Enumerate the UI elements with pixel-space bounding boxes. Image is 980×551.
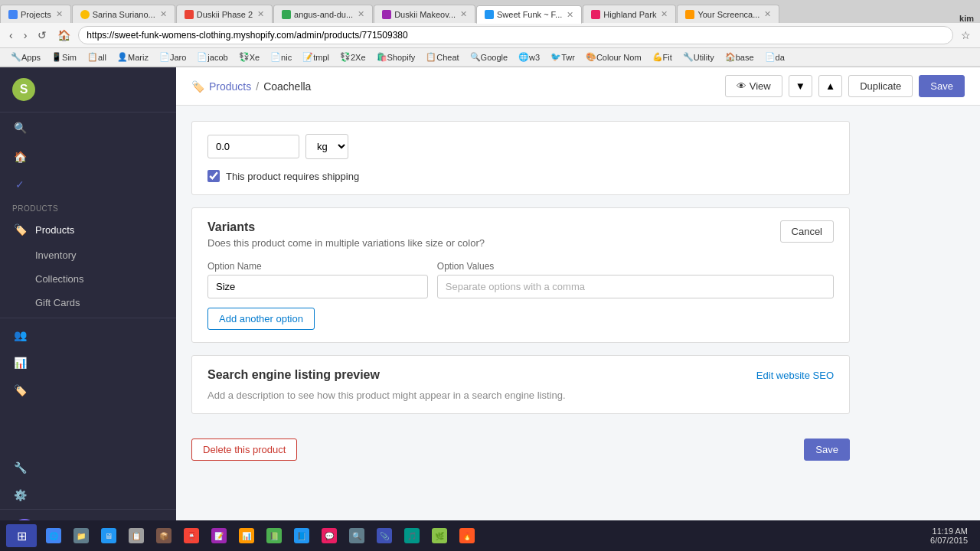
taskbar-chrome[interactable]: 🌐 [40,524,67,547]
tab-close[interactable]: ✕ [56,9,63,19]
taskbar-item-4[interactable]: 📋 [122,524,150,547]
tab-close[interactable]: ✕ [160,9,167,19]
sidebar-item-discounts[interactable]: 🏷️ [0,377,176,404]
tab-highland[interactable]: Highland Park ✕ [583,5,676,23]
seo-edit-link[interactable]: Edit website SEO [756,370,834,381]
breadcrumb-icon: 🏷️ [191,80,204,93]
tab-sweet-funk[interactable]: Sweet Funk ~ F... ✕ [476,5,582,24]
next-button[interactable]: ▲ [818,75,842,97]
weight-input[interactable] [207,135,299,158]
variants-header: Variants Does this product come in multi… [207,220,834,249]
taskbar-item-15[interactable]: 🌿 [426,524,453,547]
weight-unit-select[interactable]: kg lb oz g [305,134,348,159]
variants-description: Does this product come in multiple varia… [207,237,485,249]
tab-close[interactable]: ✕ [567,10,573,20]
tab-close[interactable]: ✕ [460,9,467,19]
tab-sarina[interactable]: Sarina Suriano... ✕ [72,5,175,23]
bookmark-2xe[interactable]: 💱 2Xe [335,51,371,64]
breadcrumb-parent[interactable]: Products [209,80,251,93]
start-button[interactable]: ⊞ [6,524,37,547]
taskbar-item-3[interactable]: 🖥 [95,524,122,547]
bookmark-shopify[interactable]: 🛍️ Shopify [372,51,420,64]
sidebar-item-search[interactable]: 🔍 [0,112,176,143]
tab-screenca[interactable]: Your Screenca... ✕ [677,5,779,23]
app-container: S 🔍 🏠 ✓ PRODUCTS 🏷️ Products Inventory C… [0,67,980,551]
taskbar-item-14[interactable]: 🎵 [398,524,426,547]
sidebar-item-home[interactable]: 🏠 [0,143,176,171]
taskbar-item-12[interactable]: 🔍 [343,524,371,547]
tab-duskii2[interactable]: Duskii Phase 2 ✕ [176,5,273,23]
bookmark-xe[interactable]: 💱 Xe [234,51,264,64]
bookmark-fit[interactable]: 💪 Fit [648,51,677,64]
reports-icon: 📊 [12,355,28,370]
add-option-button[interactable]: Add another option [207,308,315,330]
taskbar-item-6[interactable]: 📮 [178,524,205,547]
bookmark-sim[interactable]: 📱 Sim [47,51,81,64]
shipping-card: kg lb oz g This product requires shippin… [191,121,850,195]
forward-button[interactable]: › [21,28,31,43]
taskbar-item-5[interactable]: 📦 [150,524,178,547]
taskbar-files[interactable]: 📁 [67,524,95,547]
reload-button[interactable]: ↺ [34,28,50,43]
sidebar-item-orders[interactable]: ✓ [0,171,176,198]
chrome-icon: 🌐 [46,528,61,543]
taskbar-item-10[interactable]: 📘 [288,524,315,547]
address-input[interactable] [78,26,953,44]
app13-icon: 📎 [377,528,392,543]
bookmark-base[interactable]: 🏠 base [720,51,759,64]
shipping-checkbox[interactable] [207,170,220,182]
taskbar-item-16[interactable]: 🔥 [453,524,481,547]
tab-duskii-makeov[interactable]: Duskii Makeov... ✕ [374,5,475,23]
prev-button[interactable]: ▼ [789,75,812,97]
tab-close[interactable]: ✕ [661,9,668,19]
taskbar-item-13[interactable]: 📎 [371,524,398,547]
sidebar-item-products[interactable]: 🏷️ Products [0,216,176,243]
bookmark-w3[interactable]: 🌐 w3 [514,51,544,64]
save-bottom-button[interactable]: Save [804,439,850,461]
back-button[interactable]: ‹ [6,28,16,43]
duplicate-button[interactable]: Duplicate [848,75,913,97]
taskbar-item-7[interactable]: 📝 [205,524,233,547]
shipping-label[interactable]: This product requires shipping [226,171,359,182]
bookmark-tmpl[interactable]: 📝 tmpl [298,51,334,64]
bookmark-star[interactable]: ☆ [958,28,974,43]
taskbar-item-8[interactable]: 📊 [233,524,260,547]
bookmark-da[interactable]: 📄 da [760,51,789,64]
sidebar-item-customers[interactable]: 👥 [0,321,176,349]
bookmark-jacob[interactable]: 📄 jacob [192,51,232,64]
tab-close[interactable]: ✕ [257,9,264,19]
app10-icon: 📘 [294,528,309,543]
cancel-button[interactable]: Cancel [780,220,834,243]
option-values-input[interactable] [437,275,834,298]
bookmark-nic[interactable]: 📄 nic [266,51,296,64]
bookmark-twr[interactable]: 🐦 Twr [546,51,580,64]
bookmark-google[interactable]: 🔍 Google [466,51,512,64]
bookmark-all[interactable]: 📋 all [83,51,111,64]
sidebar-item-collections[interactable]: Collections [0,267,176,291]
bookmark-mariz[interactable]: 👤 Mariz [113,51,153,64]
bookmark-colour-nom[interactable]: 🎨 Colour Nom [581,51,646,64]
bookmark-apps[interactable]: 🔧 Apps [6,51,45,64]
bookmark-cheat[interactable]: 📋 Cheat [421,51,463,64]
tab-close[interactable]: ✕ [358,9,364,19]
sidebar-item-inventory[interactable]: Inventory [0,243,176,267]
taskbar-item-9[interactable]: 📗 [260,524,288,547]
main-content: kg lb oz g This product requires shippin… [176,106,865,488]
tab-projects[interactable]: Projects ✕ [0,5,71,23]
tab-close[interactable]: ✕ [764,9,771,19]
sidebar-item-apps[interactable]: 🔧 [0,454,176,481]
view-button[interactable]: 👁 View [725,75,782,97]
sidebar-item-gift-cards[interactable]: Gift Cards [0,291,176,315]
bookmark-jaro[interactable]: 📄 Jaro [155,51,191,64]
sidebar-item-reports[interactable]: 📊 [0,349,176,377]
tab-angus[interactable]: angus-and-du... ✕ [273,5,373,23]
delete-product-button[interactable]: Delete this product [191,439,297,461]
home-nav-button[interactable]: 🏠 [54,28,74,43]
save-button[interactable]: Save [919,75,965,97]
taskbar-item-11[interactable]: 💬 [315,524,343,547]
option-name-input[interactable] [207,275,428,298]
sidebar-item-settings[interactable]: ⚙️ [0,481,176,509]
bookmark-utility[interactable]: 🔧 Utility [678,51,719,64]
weight-row: kg lb oz g [207,134,834,159]
top-bar: 🏷️ Products / Coachella 👁 View ▼ ▲ Dupli… [176,67,980,106]
